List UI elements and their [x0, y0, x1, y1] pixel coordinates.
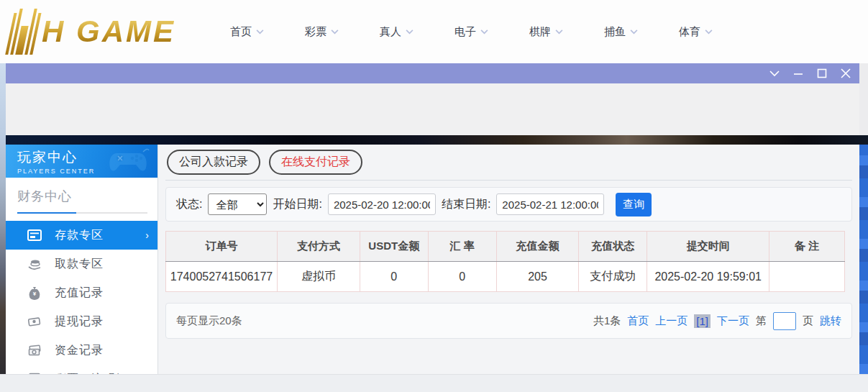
window-titlebar — [6, 63, 859, 83]
sidebar-item-lottery-bet-details[interactable]: 彩票下注明细 — [6, 365, 157, 374]
titlebar-chevron-icon[interactable] — [769, 68, 780, 78]
jump-prefix: 第 — [756, 314, 767, 328]
first-page-link[interactable]: 首页 — [627, 314, 649, 328]
prev-page-link[interactable]: 上一页 — [655, 314, 687, 328]
content: 玩家中心 PLAYERS CENTER 财务中心 存款专区 › — [6, 145, 859, 374]
sidebar-item-label: 资金记录 — [55, 343, 104, 358]
nav-label: 体育 — [679, 25, 700, 39]
svg-text:¥: ¥ — [33, 291, 37, 297]
cell-recharge-amount: 205 — [496, 262, 579, 292]
nav-label: 电子 — [454, 25, 476, 39]
sidebar-menu: 存款专区 › 取款专区 ¥ 充值记录 提现记录 资金记录 — [6, 221, 157, 374]
col-remark: 备 注 — [769, 232, 845, 262]
end-date-input[interactable] — [496, 193, 604, 215]
nav-item-slots[interactable]: 电子 — [454, 25, 488, 39]
nav-item-fishing[interactable]: 捕鱼 — [604, 25, 638, 39]
sidebar-section-title: 财务中心 — [6, 178, 157, 205]
chevron-down-icon — [705, 29, 713, 35]
nav-item-home[interactable]: 首页 — [230, 25, 264, 39]
sidebar-item-label: 提现记录 — [55, 314, 104, 329]
total-count: 共1条 — [593, 314, 621, 328]
chevron-down-icon — [630, 29, 638, 35]
pager-controls: 共1条 首页 上一页 [1] 下一页 第 页 跳转 — [593, 312, 841, 330]
banknotes-icon — [27, 343, 42, 357]
maximize-icon[interactable] — [817, 68, 827, 78]
cell-remark — [769, 262, 845, 292]
sidebar-item-recharge-records[interactable]: ¥ 充值记录 — [6, 278, 157, 307]
withdraw-hand-icon — [27, 257, 42, 271]
background-window-edge — [859, 63, 868, 374]
col-usdt-amount: USDT金额 — [360, 232, 428, 262]
table-header-row: 订单号 支付方式 USDT金额 汇 率 充值金额 充值状态 提交时间 备 注 — [166, 232, 845, 262]
main-nav: 首页 彩票 真人 电子 棋牌 捕鱼 — [230, 0, 713, 63]
jump-suffix: 页 — [803, 314, 813, 328]
logo-text: H GAME — [42, 14, 175, 49]
col-recharge-status: 充值状态 — [579, 232, 647, 262]
filter-panel: 状态: 全部 开始日期: 结束日期: 查询 — [165, 187, 852, 222]
logo[interactable]: H GAME — [10, 7, 175, 56]
cell-payment-method: 虚拟币 — [277, 262, 360, 292]
sidebar-divider — [17, 212, 147, 214]
nav-label: 彩票 — [305, 25, 326, 39]
start-date-label: 开始日期: — [273, 197, 321, 212]
sidebar-item-label: 充值记录 — [55, 286, 104, 301]
nav-label: 捕鱼 — [604, 25, 626, 39]
chevron-down-icon — [256, 29, 264, 35]
gamepad-icon — [107, 147, 152, 176]
nav-item-live[interactable]: 真人 — [380, 25, 414, 39]
background-left-edge — [0, 63, 6, 374]
sidebar-item-withdraw[interactable]: 取款专区 — [6, 250, 157, 278]
records-table: 订单号 支付方式 USDT金额 汇 率 充值金额 充值状态 提交时间 备 注 1… — [165, 231, 845, 292]
table-row: 1740052741506177 虚拟币 0 0 205 支付成功 2025-0… — [166, 262, 845, 292]
col-payment-method: 支付方式 — [277, 232, 360, 262]
tab-online-payment-records[interactable]: 在线支付记录 — [269, 150, 362, 175]
cell-usdt-amount: 0 — [360, 262, 428, 292]
sidebar-item-withdrawal-records[interactable]: 提现记录 — [6, 307, 157, 336]
sidebar-header: 玩家中心 PLAYERS CENTER — [6, 145, 157, 178]
nav-label: 首页 — [230, 25, 252, 39]
background-blue-fragment — [859, 137, 868, 374]
jump-button[interactable]: 跳转 — [820, 314, 841, 328]
nav-item-sports[interactable]: 体育 — [679, 25, 713, 39]
logo-bars — [5, 9, 42, 55]
current-page[interactable]: [1] — [694, 314, 711, 328]
moneybag-icon: ¥ — [27, 286, 42, 300]
jump-page-input[interactable] — [773, 312, 796, 330]
end-date-label: 结束日期: — [442, 197, 490, 212]
window-empty-area — [6, 83, 859, 135]
titlebar-controls — [769, 63, 851, 83]
cell-recharge-status: 支付成功 — [579, 262, 647, 292]
chevron-right-icon: › — [145, 229, 149, 241]
sidebar-item-label: 取款专区 — [55, 257, 104, 272]
sidebar-item-deposit[interactable]: 存款专区 › — [6, 221, 157, 250]
sidebar-item-label: 存款专区 — [55, 228, 104, 243]
deposit-card-icon — [27, 228, 42, 242]
main-panel: 公司入款记录 在线支付记录 状态: 全部 开始日期: 结束日期: 查询 订单号 — [158, 145, 859, 374]
nav-item-chess[interactable]: 棋牌 — [529, 25, 563, 39]
close-icon[interactable] — [841, 68, 851, 78]
cell-exchange-rate: 0 — [428, 262, 496, 292]
wallet-icon — [27, 314, 42, 329]
chevron-down-icon — [406, 29, 414, 35]
start-date-input[interactable] — [328, 193, 436, 215]
status-select[interactable]: 全部 — [208, 193, 267, 215]
sidebar-item-fund-records[interactable]: 资金记录 — [6, 336, 157, 365]
col-exchange-rate: 汇 率 — [428, 232, 496, 262]
sidebar: 玩家中心 PLAYERS CENTER 财务中心 存款专区 › — [6, 145, 158, 374]
cell-order-id: 1740052741506177 — [166, 262, 278, 292]
chevron-down-icon — [331, 29, 339, 35]
chevron-down-icon — [480, 29, 488, 35]
next-page-link[interactable]: 下一页 — [717, 314, 749, 328]
pagination-panel: 每页显示20条 共1条 首页 上一页 [1] 下一页 第 页 跳转 — [165, 303, 852, 339]
tabs-row: 公司入款记录 在线支付记录 — [165, 145, 852, 181]
minimize-icon[interactable] — [793, 68, 803, 78]
col-recharge-amount: 充值金额 — [496, 232, 579, 262]
chevron-down-icon — [555, 29, 563, 35]
nav-label: 棋牌 — [529, 25, 551, 39]
site-header: H GAME 首页 彩票 真人 电子 棋牌 — [0, 0, 868, 63]
query-button[interactable]: 查询 — [616, 193, 652, 216]
per-page-label: 每页显示20条 — [176, 314, 242, 328]
nav-item-lottery[interactable]: 彩票 — [305, 25, 339, 39]
col-order-id: 订单号 — [166, 232, 278, 262]
tab-company-deposit-records[interactable]: 公司入款记录 — [167, 150, 260, 175]
